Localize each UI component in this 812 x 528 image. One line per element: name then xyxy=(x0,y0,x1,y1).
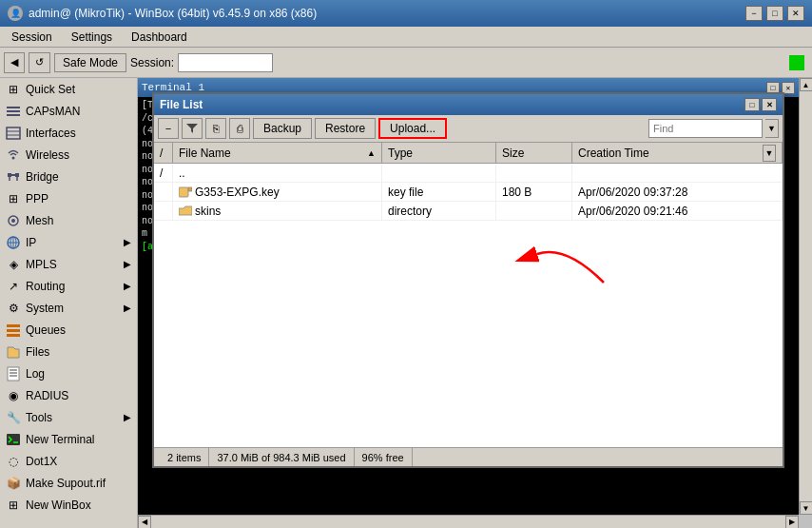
minus-button[interactable]: − xyxy=(158,118,179,139)
back-button[interactable]: ◀ xyxy=(4,52,25,73)
svg-rect-27 xyxy=(179,187,188,197)
creation-dropdown-button[interactable]: ▼ xyxy=(763,145,776,162)
svg-rect-19 xyxy=(7,329,20,332)
sidebar-label-bridge: Bridge xyxy=(26,170,59,184)
table-row[interactable]: G353-EXPG.key key file 180 B Apr/06/2020… xyxy=(154,183,783,202)
sidebar-item-new-winbox[interactable]: ⊞ New WinBox xyxy=(0,494,137,516)
paste-button[interactable]: ⎙ xyxy=(229,118,250,139)
radius-icon: ◉ xyxy=(6,388,21,403)
capsman-icon xyxy=(6,104,21,119)
title-bar: 👤 admin@ (MikroTik) - WinBox (64bit) v6.… xyxy=(0,0,812,27)
dialog-title-buttons[interactable]: □ ✕ xyxy=(744,98,777,111)
dialog-close-button[interactable]: ✕ xyxy=(762,98,777,111)
new-winbox-icon: ⊞ xyxy=(6,498,21,513)
svg-rect-8 xyxy=(15,173,19,177)
sidebar-item-interfaces[interactable]: Interfaces xyxy=(0,122,137,144)
sidebar-item-new-terminal[interactable]: New Terminal xyxy=(0,428,137,450)
session-input[interactable] xyxy=(178,53,273,72)
system-icon: ⚙ xyxy=(6,301,21,316)
find-dropdown[interactable]: ▼ xyxy=(765,119,779,138)
col-header-filename[interactable]: File Name ▲ xyxy=(173,143,382,163)
terminal-h-scrollbar[interactable]: ◀ ▶ xyxy=(138,515,799,528)
file-table-header: / File Name ▲ Type Size Creation Time ▼ xyxy=(154,143,783,164)
sidebar-item-files[interactable]: Files xyxy=(0,341,137,362)
terminal-v-scrollbar[interactable]: ▲ ▼ xyxy=(799,78,812,515)
sidebar-item-ppp[interactable]: ⊞ PPP xyxy=(0,187,137,209)
file-list-dialog: File List □ ✕ − ⎘ ⎙ Backup Restore Uploa… xyxy=(152,92,784,468)
sidebar-item-mpls[interactable]: ◈ MPLS ▶ xyxy=(0,253,137,275)
dialog-restore-button[interactable]: □ xyxy=(744,98,760,111)
session-label: Session: xyxy=(130,56,174,69)
scroll-left-button[interactable]: ◀ xyxy=(138,516,151,529)
tools-icon: 🔧 xyxy=(6,410,21,425)
sidebar-item-wireless[interactable]: Wireless xyxy=(0,144,137,166)
sidebar-item-bridge[interactable]: Bridge xyxy=(0,166,137,187)
sidebar-item-radius[interactable]: ◉ RADIUS xyxy=(0,384,137,406)
title-bar-controls[interactable]: − □ ✕ xyxy=(745,6,804,21)
menu-session[interactable]: Session xyxy=(4,29,60,46)
file-icon xyxy=(179,186,192,198)
sidebar-item-tools[interactable]: 🔧 Tools ▶ xyxy=(0,406,137,428)
table-row[interactable]: skins directory Apr/06/2020 09:21:46 xyxy=(154,202,783,221)
svg-point-6 xyxy=(12,156,15,159)
sidebar-label-ip: IP xyxy=(26,236,36,249)
scroll-down-button[interactable]: ▼ xyxy=(800,501,813,515)
maximize-button[interactable]: □ xyxy=(766,6,783,21)
col-header-slash[interactable]: / xyxy=(154,143,173,163)
files-icon xyxy=(6,344,21,360)
backup-button[interactable]: Backup xyxy=(253,118,312,139)
sidebar-item-log[interactable]: Log xyxy=(0,362,137,384)
sidebar-label-system: System xyxy=(26,302,64,315)
mesh-icon xyxy=(6,213,21,228)
scroll-right-button[interactable]: ▶ xyxy=(785,516,799,529)
ip-icon xyxy=(6,235,21,250)
mpls-arrow: ▶ xyxy=(124,259,131,269)
col-header-size[interactable]: Size xyxy=(496,143,572,163)
sidebar-item-dot1x[interactable]: ◌ Dot1X xyxy=(0,450,137,472)
sidebar-label-files: Files xyxy=(26,345,49,359)
file-cell-creation xyxy=(572,164,783,182)
sidebar-item-mesh[interactable]: Mesh xyxy=(0,209,137,231)
sidebar-item-quick-set[interactable]: ⊞ Quick Set xyxy=(0,78,137,100)
scroll-up-button[interactable]: ▲ xyxy=(800,78,813,91)
close-button[interactable]: ✕ xyxy=(787,6,804,21)
dialog-status-bar: 2 items 37.0 MiB of 984.3 MiB used 96% f… xyxy=(154,447,783,466)
minimize-button[interactable]: − xyxy=(745,6,763,21)
file-cell-size: 180 B xyxy=(496,183,572,201)
copy-button[interactable]: ⎘ xyxy=(205,118,226,139)
menu-settings[interactable]: Settings xyxy=(64,29,120,46)
sidebar-item-capsman[interactable]: CAPsMAN xyxy=(0,100,137,122)
sidebar-label-ppp: PPP xyxy=(26,192,48,205)
svg-rect-25 xyxy=(7,434,20,445)
sidebar-item-queues[interactable]: Queues xyxy=(0,319,137,341)
ip-arrow: ▶ xyxy=(124,237,131,247)
menu-dashboard[interactable]: Dashboard xyxy=(124,29,195,46)
upload-button[interactable]: Upload... xyxy=(378,118,447,139)
file-cell-creation: Apr/06/2020 09:21:46 xyxy=(572,202,783,220)
routing-icon: ↗ xyxy=(6,279,21,294)
file-table-body: / .. G353-EXPG.key xyxy=(154,164,783,447)
svg-rect-7 xyxy=(8,173,11,177)
file-cell-type xyxy=(382,164,496,182)
bridge-icon xyxy=(6,169,21,185)
filter-button[interactable] xyxy=(182,118,203,139)
restore-button[interactable]: Restore xyxy=(315,118,376,139)
log-icon xyxy=(6,366,21,381)
sidebar: ⊞ Quick Set CAPsMAN Interfaces Wireless xyxy=(0,78,138,528)
table-row[interactable]: / .. xyxy=(154,164,783,183)
file-cell-name: .. xyxy=(173,164,382,182)
safe-mode-button[interactable]: Safe Mode xyxy=(54,53,126,72)
dot1x-icon: ◌ xyxy=(6,454,21,469)
sidebar-item-routing[interactable]: ↗ Routing ▶ xyxy=(0,275,137,297)
sidebar-item-make-supout[interactable]: 📦 Make Supout.rif xyxy=(0,472,137,494)
forward-button[interactable]: ↺ xyxy=(29,52,50,73)
sidebar-item-system[interactable]: ⚙ System ▶ xyxy=(0,297,137,319)
col-header-type[interactable]: Type xyxy=(382,143,496,163)
sidebar-label-radius: RADIUS xyxy=(26,389,68,402)
svg-rect-2 xyxy=(7,114,20,116)
find-input[interactable] xyxy=(648,119,763,138)
tools-arrow: ▶ xyxy=(124,412,131,422)
sidebar-label-interfaces: Interfaces xyxy=(26,127,76,140)
sidebar-item-ip[interactable]: IP ▶ xyxy=(0,231,137,253)
col-header-creation[interactable]: Creation Time ▼ xyxy=(572,143,783,163)
